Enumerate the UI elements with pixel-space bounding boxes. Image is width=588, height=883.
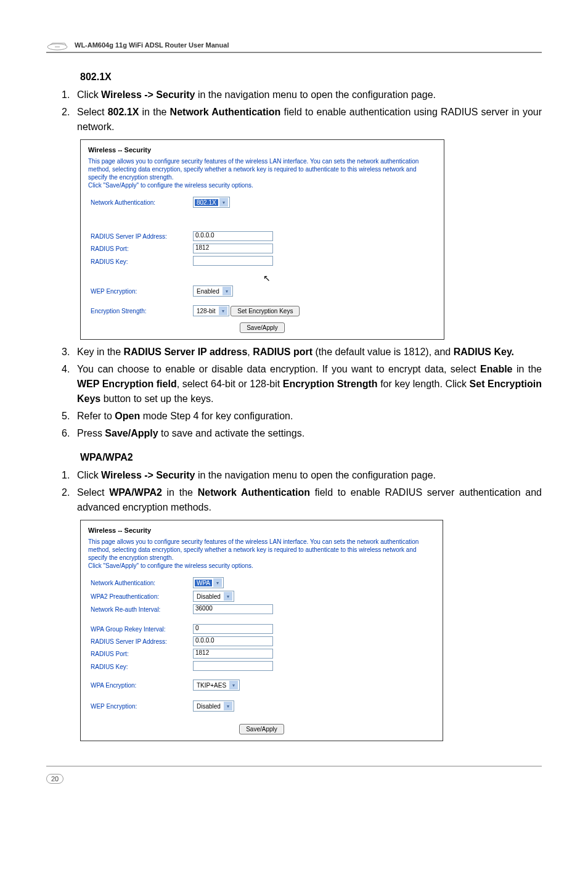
label-wep-encryption: WEP Encryption: xyxy=(88,284,190,298)
label-wep-encryption: WEP Encryption: xyxy=(88,699,190,713)
step-item: 3.Key in the RADIUS Server IP address, R… xyxy=(46,345,542,359)
step-item: 2.Select WPA/WPA2 in the Network Authent… xyxy=(46,485,542,515)
label-network-auth: Network Authentication: xyxy=(88,195,190,209)
panel-description: This page allows you to configure securi… xyxy=(88,538,435,570)
wpa2-preauth-select[interactable]: Disabled▾ xyxy=(193,591,234,602)
label-reauth-interval: Network Re-auth Interval: xyxy=(88,603,190,615)
label-radius-port: RADIUS Port: xyxy=(88,242,190,255)
reauth-interval-input[interactable]: 36000 xyxy=(193,604,273,614)
radius-ip-input[interactable]: 0.0.0.0 xyxy=(193,231,273,241)
manual-title: WL-AM604g 11g WiFi ADSL Router User Manu… xyxy=(75,41,229,49)
label-radius-ip: RADIUS Server IP Address: xyxy=(88,635,190,647)
label-wpa2-preauth: WPA2 Preauthentication: xyxy=(88,589,190,603)
chevron-down-icon: ▾ xyxy=(224,702,232,710)
save-apply-button[interactable]: Save/Apply xyxy=(240,322,285,333)
step-item: 2.Select 802.1X in the Network Authentic… xyxy=(46,105,542,134)
chevron-down-icon: ▾ xyxy=(224,592,232,601)
chevron-down-icon: ▾ xyxy=(219,198,228,207)
router-icon xyxy=(46,39,68,51)
section-heading-8021x: 802.1X xyxy=(80,72,542,83)
label-network-auth: Network Authentication: xyxy=(88,576,190,589)
step-item: 1.Click Wireless -> Security in the navi… xyxy=(46,468,542,483)
wep-encryption-select[interactable]: Enabled▾ xyxy=(193,285,233,297)
radius-ip-input[interactable]: 0.0.0.0 xyxy=(193,636,273,646)
manual-header: WL-AM604g 11g WiFi ADSL Router User Manu… xyxy=(46,39,542,53)
section-heading-wpa: WPA/WPA2 xyxy=(80,452,542,463)
save-apply-button[interactable]: Save/Apply xyxy=(239,724,284,734)
step-item: 1.Click Wireless -> Security in the navi… xyxy=(46,88,542,102)
steps-8021x: 1.Click Wireless -> Security in the navi… xyxy=(46,88,542,134)
label-wpa-encryption: WPA Encryption: xyxy=(88,678,190,692)
radius-port-input[interactable]: 1812 xyxy=(193,244,273,253)
group-rekey-input[interactable]: 0 xyxy=(193,624,273,634)
label-group-rekey: WPA Group Rekey Interval: xyxy=(88,623,190,635)
step-item: 5.Refer to Open mode Step 4 for key conf… xyxy=(46,409,542,424)
label-encryption-strength: Encryption Strength: xyxy=(88,304,190,318)
panel-title: Wireless -- Security xyxy=(88,527,435,534)
label-radius-ip: RADIUS Server IP Address: xyxy=(88,230,190,242)
cursor-icon: ↖ xyxy=(263,273,271,283)
steps-8021x-cont: 3.Key in the RADIUS Server IP address, R… xyxy=(46,345,542,441)
panel-description: This page allows you to configure securi… xyxy=(88,157,436,189)
screenshot-8021x: Wireless -- Security This page allows yo… xyxy=(80,139,444,340)
wep-encryption-select[interactable]: Disabled▾ xyxy=(193,700,234,712)
radius-key-input[interactable] xyxy=(193,256,273,266)
step-item: 6.Press Save/Apply to save and activate … xyxy=(46,426,542,441)
panel-title: Wireless -- Security xyxy=(88,146,436,154)
page-number: 20 xyxy=(46,774,63,784)
label-radius-port: RADIUS Port: xyxy=(88,647,190,660)
radius-key-input[interactable] xyxy=(193,661,273,671)
network-auth-select[interactable]: 802.1X▾ xyxy=(193,197,230,208)
chevron-down-icon: ▾ xyxy=(219,306,227,315)
chevron-down-icon: ▾ xyxy=(223,287,231,295)
radius-port-input[interactable]: 1812 xyxy=(193,649,273,659)
label-radius-key: RADIUS Key: xyxy=(88,660,190,673)
chevron-down-icon: ▾ xyxy=(213,578,222,587)
page-footer: 20 xyxy=(46,766,542,784)
encryption-strength-select[interactable]: 128-bit▾ xyxy=(193,305,229,316)
wpa-encryption-select[interactable]: TKIP+AES▾ xyxy=(193,680,240,691)
steps-wpa: 1.Click Wireless -> Security in the navi… xyxy=(46,468,542,515)
label-radius-key: RADIUS Key: xyxy=(88,255,190,268)
set-encryption-keys-button[interactable]: Set Encryption Keys xyxy=(231,306,300,316)
chevron-down-icon: ▾ xyxy=(229,681,238,689)
network-auth-select[interactable]: WPA▾ xyxy=(193,577,224,588)
screenshot-wpa: Wireless -- Security This page allows yo… xyxy=(80,520,443,741)
step-item: 4.You can choose to enable or disable da… xyxy=(46,362,542,406)
